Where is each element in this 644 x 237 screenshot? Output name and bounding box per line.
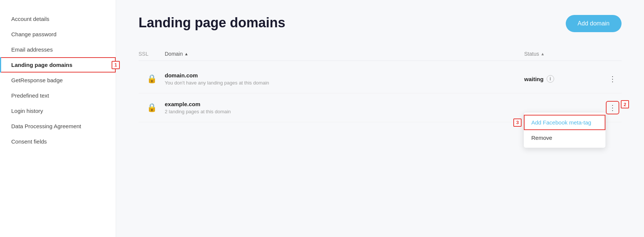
info-icon-row1[interactable]: i bbox=[547, 75, 554, 83]
more-actions-button-row2[interactable]: ⋮ 2 bbox=[607, 102, 619, 114]
sidebar-item-getresponse-badge[interactable]: GetResponse badge bbox=[0, 73, 116, 88]
dropdown-menu: 3 Add Facebook meta-tag Remove bbox=[523, 112, 606, 148]
actions-column-header bbox=[607, 51, 622, 57]
ssl-column-header: SSL bbox=[139, 51, 165, 57]
domain-name-row1: domain.com bbox=[165, 72, 524, 79]
sidebar-item-email-addresses[interactable]: Email addresses bbox=[0, 42, 116, 57]
status-text-row1: waiting bbox=[524, 76, 544, 82]
sidebar-item-login-history[interactable]: Login history bbox=[0, 103, 116, 118]
domain-sub-row2: 2 landing pages at this domain bbox=[165, 109, 524, 114]
table-row: 🔒 example.com 2 landing pages at this do… bbox=[139, 93, 622, 122]
sidebar-item-predefined-text[interactable]: Predefined text bbox=[0, 88, 116, 103]
domain-info-row1: domain.com You don't have any landing pa… bbox=[165, 72, 524, 86]
main-content: Landing page domains Add domain SSL Doma… bbox=[116, 0, 644, 237]
status-column-header[interactable]: Status ▲ bbox=[524, 51, 607, 57]
domains-table: SSL Domain ▲ Status ▲ 🔒 domain.com You d… bbox=[139, 47, 622, 122]
header-row: Landing page domains Add domain bbox=[139, 15, 622, 32]
domain-sub-row1: You don't have any landing pages at this… bbox=[165, 80, 524, 86]
ssl-lock-icon-row1: 🔒 bbox=[139, 74, 165, 84]
sidebar-item-account-details[interactable]: Account details bbox=[0, 11, 116, 27]
sidebar-item-consent-fields[interactable]: Consent fields bbox=[0, 134, 116, 149]
dropdown-item-add-facebook-meta-tag[interactable]: 3 Add Facebook meta-tag bbox=[524, 115, 605, 130]
sidebar-item-data-processing-agreement[interactable]: Data Processing Agreement bbox=[0, 118, 116, 134]
ssl-lock-icon-row2: 🔒 bbox=[139, 103, 165, 113]
status-sort-arrow: ▲ bbox=[541, 52, 545, 56]
status-cell-row1: waiting i bbox=[524, 75, 607, 83]
domain-name-row2: example.com bbox=[165, 101, 524, 107]
domain-info-row2: example.com 2 landing pages at this doma… bbox=[165, 101, 524, 114]
more-actions-button-row1[interactable]: ⋮ bbox=[607, 73, 619, 85]
domain-column-header[interactable]: Domain ▲ bbox=[165, 51, 524, 57]
annotation-2: 2 bbox=[621, 100, 629, 108]
sidebar: Account details Change password Email ad… bbox=[0, 0, 116, 237]
table-header: SSL Domain ▲ Status ▲ bbox=[139, 47, 622, 61]
sidebar-item-change-password[interactable]: Change password bbox=[0, 27, 116, 42]
page-title: Landing page domains bbox=[139, 15, 285, 31]
dropdown-item-remove[interactable]: Remove bbox=[524, 130, 605, 145]
sidebar-item-landing-page-domains[interactable]: Landing page domains 1 bbox=[0, 57, 116, 73]
domain-sort-arrow: ▲ bbox=[184, 52, 188, 56]
annotation-3: 3 bbox=[513, 118, 522, 127]
table-row: 🔒 domain.com You don't have any landing … bbox=[139, 65, 622, 93]
add-domain-button[interactable]: Add domain bbox=[566, 15, 622, 32]
